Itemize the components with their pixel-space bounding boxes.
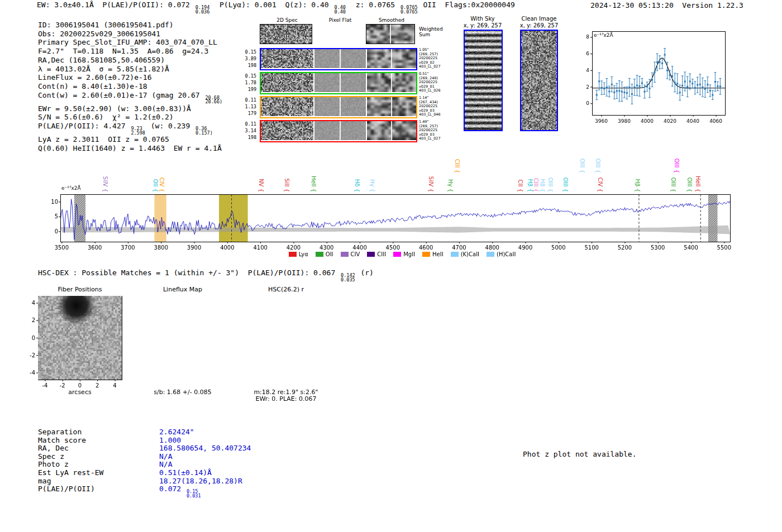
match-label: Spec z	[38, 453, 159, 461]
spec2d-row	[260, 72, 417, 94]
info-line: ID: 3006195041 (3006195041.pdf)	[38, 21, 223, 30]
info-line: S/N = 5.6(±0.6) χ² = 1.2(±0.2)	[38, 113, 223, 122]
detection-info-block: ID: 3006195041 (3006195041.pdf)Obs: 2020…	[38, 21, 223, 152]
match-value: N/A	[159, 461, 172, 469]
info-line: Cont(n) = 8.40(±1.30)e-18	[38, 82, 223, 91]
match-table-row: Separation2.62424"	[38, 428, 251, 437]
lineflux-map-plot	[120, 294, 226, 390]
info-line: λ = 4013.02Å σ = 5.85(±1.82)Å	[38, 65, 223, 74]
match-label: Est LyA rest-EW	[38, 469, 159, 477]
match-label: Photo z	[38, 461, 159, 469]
spec2d-smooth	[367, 73, 416, 92]
spec2d-row	[260, 48, 417, 70]
info-line: Obs: 20200225v029_3006195041	[38, 30, 223, 39]
spec2d-smooth	[367, 121, 416, 140]
hsc-caption-2: EWr: 0. PLAE: 0.067	[230, 395, 342, 402]
timestamp-version: 2024-12-30 05:13:20 Version 1.22.3	[590, 1, 743, 9]
spec2d-row-meta: 1.49"(269, 257)20200225v029_03403_LL_027	[419, 120, 441, 141]
weighted-sum-label: WeightedSum	[419, 26, 443, 37]
spec2d-row-stats: 0.151.78199	[242, 73, 256, 93]
summary-stats-line: EW: 3.0±40.1Å P(LAE)/P(OII): 0.072 0.194…	[37, 1, 515, 14]
spec2d-spec	[261, 73, 313, 92]
full-spectrum-plot	[45, 148, 736, 255]
spec2d-spec	[261, 97, 313, 116]
info-line: EWr = 9.50(±2.90) (w: 3.00(±0.83))Å	[38, 104, 223, 113]
match-label: Separation	[38, 428, 159, 437]
spec2d-row-meta: 0.51"(269, 249)20200225v029_01403_LL_026	[419, 72, 441, 93]
spec2d-flat	[314, 97, 366, 116]
legend-item: MgII	[393, 251, 415, 257]
match-table-row: RA, Dec168.580654, 50.407234	[38, 444, 251, 453]
legend-label: OII	[326, 251, 333, 257]
spec2d-row-stats: 0.111.13179	[242, 97, 256, 117]
spec2d-row	[260, 120, 417, 142]
legend-swatch	[341, 252, 349, 257]
legend-item: OII	[316, 251, 333, 257]
col-header-smoothed: Smoothed	[367, 17, 416, 23]
match-table-row: P(LAE)/P(OII)0.072 0.150.031	[38, 485, 251, 498]
match-value: 168.580654, 50.407234	[159, 444, 251, 453]
info-line: Primary Spec_Slot_IFU_AMP: 403_074_070_L…	[38, 38, 223, 47]
legend-label: (H)CaII	[497, 251, 516, 257]
fiber-xlabel: arcsecs	[38, 389, 122, 396]
info-line: F=2.7" T=0.118 N=1.35 A=0.86 g=24.3	[38, 47, 223, 56]
spec2d-spec	[261, 121, 313, 140]
legend-item: CIV	[341, 251, 360, 257]
info-line: P(LAE)/P(OII): 4.427 9.232.598 (w: 0.239…	[38, 122, 223, 135]
fiber-positions-plot	[17, 294, 123, 390]
legend-item: HeII	[422, 251, 444, 257]
col-header-pixelflat: Pixel Flat	[314, 17, 366, 23]
lineflux-map-title: Lineflux Map	[141, 286, 225, 293]
clean-image-title: Clean Image	[515, 16, 563, 22]
spectrum-legend: LyαOIICIVCIIIMgIIHeII(K)CaII(H)CaII	[240, 251, 564, 257]
legend-swatch	[487, 252, 494, 257]
legend-label: CIV	[351, 251, 360, 257]
spec2d-row	[260, 24, 415, 44]
match-label: P(LAE)/P(OII)	[38, 485, 159, 498]
legend-label: MgII	[403, 251, 415, 257]
hsc-cutout-title: HSC(26.2) r	[244, 286, 328, 293]
photz-note: Phot z plot not available.	[523, 450, 637, 458]
info-line: Cont(w) = 2.60(±0.01)e-17 (gmag 20.67 20…	[38, 91, 223, 104]
match-value: 0.072 0.150.031	[159, 485, 202, 498]
clean-image-coords: x, y: 269, 257	[515, 22, 563, 28]
with-sky-image	[464, 30, 503, 131]
legend-item: (H)CaII	[487, 251, 516, 257]
spec2d-flat	[314, 121, 366, 140]
fiber-positions-title: Fiber Positions	[38, 286, 122, 293]
spec2d-flat	[314, 49, 366, 68]
match-value: N/A	[159, 453, 172, 461]
lineflux-caption: s/b: 1.68 +/- 0.085	[135, 389, 230, 396]
legend-label: CIII	[377, 251, 386, 257]
match-value: 1.000	[159, 437, 181, 445]
legend-swatch	[422, 252, 430, 257]
spec2d-smooth	[366, 24, 415, 44]
legend-swatch	[289, 252, 297, 257]
info-line: LyA z = 2.3011 OII z = 0.0765	[38, 135, 223, 144]
legend-swatch	[316, 252, 323, 257]
legend-swatch	[393, 252, 401, 257]
catalog-match-table: Separation2.62424"Match score1.000RA, De…	[38, 428, 251, 498]
spec2d-row-stats: 0.153.89198	[242, 49, 256, 69]
match-label: Match score	[38, 437, 159, 445]
legend-label: (K)CaII	[461, 251, 479, 257]
info-line: LineFlux = 2.60(±0.72)e-16	[38, 73, 223, 82]
match-table-row: Est LyA rest-EW0.51(±0.14)Å	[38, 469, 251, 477]
match-table-row: Spec zN/A	[38, 453, 251, 461]
legend-swatch	[367, 252, 375, 257]
match-label: RA, Dec	[38, 444, 159, 453]
legend-item: Lyα	[289, 251, 308, 257]
match-table-row: Match score1.000	[38, 437, 251, 445]
hsc-dex-match-line: HSC-DEX : Possible Matches = 1 (within +…	[38, 269, 374, 282]
spec2d-row-meta: 1.14"(267, 434)20200225v029_03403_LL_046	[419, 96, 441, 117]
match-value: 2.62424"	[159, 428, 194, 437]
hsc-cutout-plot	[223, 294, 330, 390]
match-label: mag	[38, 477, 159, 486]
spec2d-row-meta: 1.05"(269, 257)20200225v029_02403_LL_027	[419, 48, 441, 69]
legend-item: (K)CaII	[451, 251, 479, 257]
match-table-row: mag18.27(18.26,18.28)R	[38, 477, 251, 486]
legend-label: Lyα	[299, 251, 308, 257]
legend-label: HeII	[432, 251, 444, 257]
legend-item: CIII	[367, 251, 386, 257]
spec2d-smooth	[367, 49, 416, 68]
